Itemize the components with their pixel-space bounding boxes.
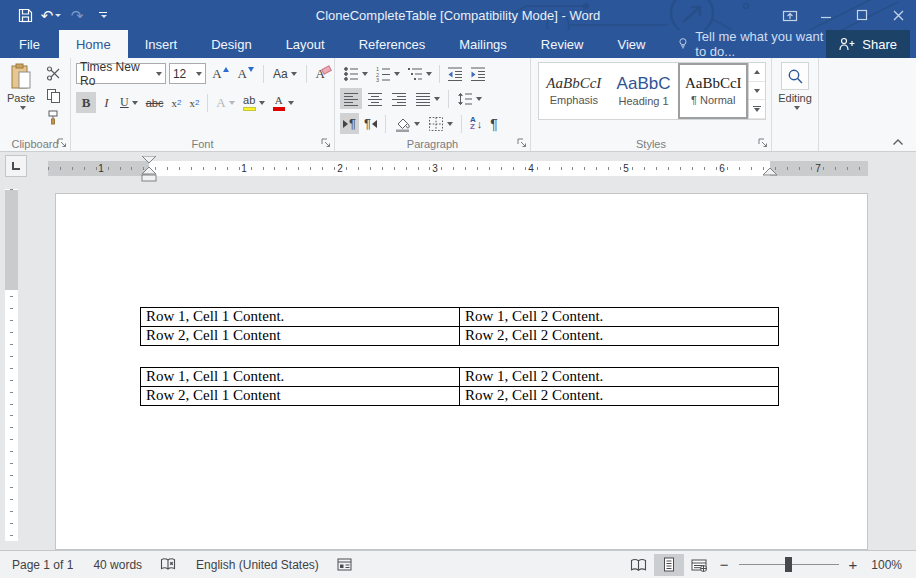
style-name: Heading 1: [618, 95, 668, 107]
zoom-slider-thumb[interactable]: [785, 557, 792, 572]
collapse-ribbon-button[interactable]: [892, 138, 904, 146]
sort-button[interactable]: A Z ↓: [467, 113, 485, 134]
shading-button[interactable]: [391, 113, 423, 134]
text-highlight-color-button[interactable]: ab: [240, 92, 268, 113]
show-hide-formatting-button[interactable]: ¶: [487, 113, 501, 134]
table-cell[interactable]: Row 2, Cell 1 Content: [141, 387, 460, 406]
tab-file[interactable]: File: [0, 30, 59, 58]
style-heading-1[interactable]: AaBbC Heading 1: [609, 63, 679, 119]
borders-button[interactable]: [425, 113, 456, 134]
vertical-ruler[interactable]: [5, 189, 18, 541]
font-name-select[interactable]: Times New Ro: [76, 63, 166, 84]
subscript-button[interactable]: x2: [168, 92, 184, 113]
style-normal-selected[interactable]: AaBbCcI ¶ Normal: [678, 63, 748, 119]
numbering-button[interactable]: 1 2 3: [372, 63, 403, 84]
table-cell[interactable]: Row 1, Cell 1 Content.: [141, 368, 460, 387]
paste-button[interactable]: Paste: [0, 61, 42, 127]
style-name: Emphasis: [550, 94, 598, 106]
horizontal-ruler[interactable]: 1 1 2 3 4 5 6 7: [48, 161, 868, 176]
macro-record-button[interactable]: [337, 558, 352, 571]
align-right-button[interactable]: [388, 88, 410, 109]
align-center-button[interactable]: [364, 88, 386, 109]
redo-button[interactable]: ↷: [66, 3, 88, 27]
tab-home[interactable]: Home: [59, 30, 128, 58]
status-page-number[interactable]: Page 1 of 1: [12, 558, 73, 572]
bullets-button[interactable]: [340, 63, 371, 84]
status-word-count[interactable]: 40 words: [93, 558, 142, 572]
proofing-status-button[interactable]: [160, 557, 176, 572]
table-cell[interactable]: Row 1, Cell 1 Content.: [141, 308, 460, 327]
zoom-percentage[interactable]: 100%: [871, 558, 902, 572]
font-size-select[interactable]: 12: [169, 63, 206, 84]
tab-insert[interactable]: Insert: [128, 30, 195, 58]
undo-button[interactable]: ↶: [40, 3, 62, 27]
tab-references[interactable]: References: [342, 30, 442, 58]
font-group-label: Font: [71, 138, 334, 150]
underline-button[interactable]: U: [117, 92, 141, 113]
clear-formatting-button[interactable]: A: [313, 63, 334, 84]
multilevel-list-button[interactable]: [404, 63, 435, 84]
page[interactable]: Row 1, Cell 1 Content. Row 1, Cell 2 Con…: [55, 193, 868, 550]
format-painter-button[interactable]: [42, 108, 64, 127]
change-case-button[interactable]: Aa: [270, 63, 300, 84]
editing-label: Editing: [778, 92, 812, 104]
highlight-icon: ab: [243, 95, 256, 111]
left-indent-marker[interactable]: [141, 156, 157, 182]
bold-button[interactable]: B: [76, 92, 96, 113]
tab-layout[interactable]: Layout: [269, 30, 342, 58]
cut-button[interactable]: [42, 64, 64, 83]
share-button[interactable]: Share: [826, 30, 910, 58]
styles-more-button[interactable]: [749, 100, 765, 119]
tab-stop-selector[interactable]: [5, 155, 27, 177]
right-indent-marker[interactable]: [763, 168, 777, 176]
tab-mailings[interactable]: Mailings: [442, 30, 524, 58]
font-dialog-launcher[interactable]: [321, 138, 331, 148]
styles-scroll-down-button[interactable]: [749, 82, 765, 101]
grow-font-button[interactable]: A: [209, 63, 231, 84]
redo-icon: ↷: [71, 8, 84, 23]
zoom-in-button[interactable]: +: [849, 557, 858, 572]
line-spacing-button[interactable]: [454, 88, 485, 109]
zoom-out-button[interactable]: −: [720, 557, 729, 572]
tab-view[interactable]: View: [600, 30, 662, 58]
close-button[interactable]: [880, 0, 916, 30]
table-cell[interactable]: Row 1, Cell 2 Content.: [460, 368, 779, 387]
clipboard-dialog-launcher[interactable]: [57, 138, 67, 148]
styles-scroll-up-button[interactable]: [749, 63, 765, 82]
shrink-font-button[interactable]: A: [235, 63, 257, 84]
table-cell[interactable]: Row 2, Cell 2 Content.: [460, 387, 779, 406]
tab-review[interactable]: Review: [524, 30, 601, 58]
font-color-button[interactable]: A: [270, 92, 297, 113]
right-to-left-text-button[interactable]: ¶: [361, 113, 380, 134]
strikethrough-button[interactable]: abc: [143, 92, 167, 113]
paragraph-dialog-launcher[interactable]: [517, 138, 527, 148]
style-emphasis[interactable]: AaBbCcI Emphasis: [539, 63, 609, 119]
minimize-button[interactable]: [808, 0, 844, 30]
left-to-right-text-button[interactable]: ¶: [340, 113, 359, 134]
tab-design[interactable]: Design: [194, 30, 268, 58]
zoom-slider[interactable]: [739, 564, 839, 565]
italic-button[interactable]: I: [98, 92, 115, 113]
ribbon-display-options-button[interactable]: [772, 0, 808, 30]
styles-dialog-launcher[interactable]: [758, 138, 768, 148]
read-mode-button[interactable]: [624, 554, 654, 576]
share-person-icon: [839, 37, 855, 51]
decrease-indent-button[interactable]: [444, 63, 466, 84]
table-cell[interactable]: Row 2, Cell 2 Content.: [460, 327, 779, 346]
justify-button[interactable]: [412, 88, 443, 109]
tell-me-box[interactable]: Tell me what you want to do...: [678, 30, 826, 58]
print-layout-button[interactable]: [654, 554, 684, 576]
copy-button[interactable]: [42, 86, 64, 105]
text-effects-button[interactable]: A: [213, 92, 237, 113]
table-cell[interactable]: Row 2, Cell 1 Content: [141, 327, 460, 346]
save-button[interactable]: [14, 3, 36, 27]
superscript-button[interactable]: x2: [186, 92, 202, 113]
editing-button[interactable]: Editing: [772, 58, 818, 110]
table-cell[interactable]: Row 1, Cell 2 Content.: [460, 308, 779, 327]
customize-quick-access-button[interactable]: [92, 3, 114, 27]
increase-indent-button[interactable]: [467, 63, 489, 84]
align-left-button[interactable]: [340, 88, 362, 109]
maximize-button[interactable]: [844, 0, 880, 30]
web-layout-button[interactable]: [684, 554, 714, 576]
status-language[interactable]: English (United States): [196, 558, 319, 572]
